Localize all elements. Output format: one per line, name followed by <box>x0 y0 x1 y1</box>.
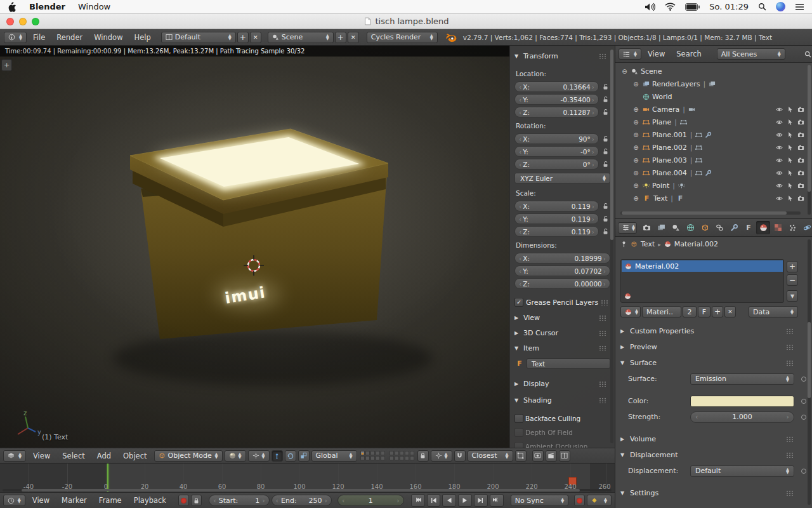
lock-icon[interactable] <box>601 83 610 90</box>
slot-specials-button[interactable] <box>787 290 798 302</box>
unlink-material-button[interactable] <box>724 306 736 318</box>
animate-dot[interactable] <box>801 415 806 420</box>
outliner-filter-selector[interactable]: All Scenes <box>717 48 785 60</box>
depth-of-field-checkbox[interactable] <box>514 428 523 437</box>
screen-layout-selector[interactable]: Default <box>161 32 236 43</box>
outliner-row-renderlayers[interactable]: RenderLayers <box>615 77 812 90</box>
tab-particles[interactable] <box>785 221 799 234</box>
menu-render[interactable]: Render <box>51 33 88 42</box>
fake-user-button[interactable]: F <box>698 306 710 318</box>
menu-view[interactable]: View <box>28 451 55 460</box>
panel-header-preview[interactable]: Preview <box>620 342 794 352</box>
layers-widget-2[interactable] <box>390 451 414 460</box>
menu-object[interactable]: Object <box>118 451 152 460</box>
timeline-strip[interactable]: -40 -20 0 20 40 60 80 100 120 140 160 18… <box>0 464 615 492</box>
panel-header-3d-cursor[interactable]: 3D Cursor <box>514 328 607 338</box>
panel-grip[interactable] <box>786 490 794 496</box>
scale-y-field[interactable]: Y:0.119 <box>514 213 599 224</box>
current-frame-field[interactable]: 1 <box>337 495 404 506</box>
lock-icon[interactable] <box>601 161 610 168</box>
selectability-icon[interactable] <box>787 170 794 177</box>
toolshelf-expand-button[interactable]: + <box>1 59 12 71</box>
outliner-row-plane003[interactable]: Plane.003 <box>615 154 812 166</box>
item-name-field[interactable]: Text <box>527 358 610 369</box>
rotation-y-field[interactable]: Y:-0° <box>514 146 599 157</box>
outliner-row-point[interactable]: Point <box>615 179 812 192</box>
panel-header-transform[interactable]: Transform <box>514 51 607 61</box>
active-app-name[interactable]: Blender <box>29 2 65 11</box>
panel-header-surface[interactable]: Surface <box>620 358 794 368</box>
manipulator-scale-button[interactable] <box>298 450 310 462</box>
delete-layout-button[interactable] <box>250 32 261 43</box>
grease-pencil-checkbox[interactable] <box>514 298 523 307</box>
menu-view[interactable]: View <box>27 496 55 505</box>
outliner-row-world[interactable]: World <box>615 90 812 103</box>
eye-icon[interactable] <box>776 195 783 202</box>
panel-grip[interactable] <box>599 398 607 403</box>
panel-header-custom-properties[interactable]: Custom Properties <box>620 326 794 337</box>
tab-object-data[interactable] <box>742 221 756 234</box>
panel-header-view[interactable]: View <box>514 312 607 323</box>
snap-toggle-button[interactable] <box>454 450 466 462</box>
manipulator-translate-button[interactable] <box>272 450 283 462</box>
menu-help[interactable]: Help <box>129 33 156 42</box>
eye-icon[interactable] <box>776 170 783 177</box>
menu-search[interactable]: Search <box>671 50 707 58</box>
remove-slot-button[interactable] <box>787 274 798 286</box>
users-count-button[interactable]: 2 <box>683 306 697 318</box>
lock-to-scene-button[interactable] <box>417 450 429 462</box>
sync-mode-selector[interactable]: No Sync <box>511 495 569 506</box>
outliner-hscrollbar[interactable] <box>620 211 801 215</box>
browse-material-button[interactable] <box>620 306 641 318</box>
editor-type-button[interactable] <box>3 495 25 506</box>
tab-object[interactable] <box>698 221 712 234</box>
delete-scene-button[interactable] <box>348 32 359 43</box>
panel-grip[interactable] <box>599 315 607 321</box>
render-restrict-icon[interactable] <box>797 119 804 126</box>
outliner-row-plane004[interactable]: Plane.004 <box>615 166 812 179</box>
panel-header-settings[interactable]: Settings <box>620 488 794 498</box>
expand-icon[interactable] <box>632 144 640 151</box>
render-restrict-icon[interactable] <box>797 182 804 189</box>
next-keyframe-button[interactable] <box>474 494 488 507</box>
tab-constraints[interactable] <box>712 221 726 234</box>
panel-grip[interactable] <box>786 452 794 458</box>
lock-icon[interactable] <box>601 228 610 235</box>
tab-modifiers[interactable] <box>727 221 741 234</box>
outliner-row-plane002[interactable]: Plane.002 <box>615 141 812 154</box>
close-window-button[interactable] <box>6 18 14 25</box>
outliner-row-camera[interactable]: Camera <box>615 103 812 116</box>
eye-icon[interactable] <box>776 119 783 126</box>
outliner-row-plane[interactable]: Plane <box>615 116 812 128</box>
strength-field[interactable]: 1.000 <box>690 411 794 423</box>
lock-icon[interactable] <box>601 109 610 116</box>
opengl-render-button[interactable] <box>532 450 544 462</box>
selectability-icon[interactable] <box>787 131 794 138</box>
render-restrict-icon[interactable] <box>797 144 804 151</box>
split-area-button[interactable] <box>559 450 570 462</box>
snap-target-selector[interactable]: Closest <box>468 450 513 462</box>
add-layout-button[interactable] <box>237 32 249 43</box>
material-name-field[interactable]: Materi.. <box>642 306 681 318</box>
viewport-3d[interactable]: imui imui Time:00:09.74 | Remaining:00:0… <box>0 46 615 448</box>
editor-type-button[interactable] <box>618 222 637 234</box>
panel-header-item[interactable]: Item <box>514 343 607 353</box>
dimensions-z-field[interactable]: Z:0.00000 <box>514 278 610 289</box>
auto-keyframe-button[interactable] <box>178 495 189 506</box>
selectability-icon[interactable] <box>787 106 794 113</box>
tab-render-layers[interactable] <box>654 221 668 234</box>
breadcrumb-material[interactable]: Material.002 <box>674 240 718 248</box>
panel-grip[interactable] <box>601 300 609 305</box>
play-reverse-button[interactable] <box>442 494 456 507</box>
jump-to-end-button[interactable] <box>490 494 504 507</box>
lock-icon[interactable] <box>601 96 610 103</box>
editor-type-button[interactable] <box>619 48 641 60</box>
expand-icon[interactable] <box>632 81 640 88</box>
tab-render[interactable] <box>639 221 653 234</box>
menubar-item-window[interactable]: Window <box>78 2 110 11</box>
location-z-field[interactable]: Z:0.11287 <box>514 107 599 117</box>
ambient-occlusion-checkbox[interactable] <box>514 442 523 448</box>
notification-center-icon[interactable] <box>795 3 804 11</box>
viewport-shading-selector[interactable] <box>225 450 246 462</box>
expand-icon[interactable] <box>632 182 640 189</box>
